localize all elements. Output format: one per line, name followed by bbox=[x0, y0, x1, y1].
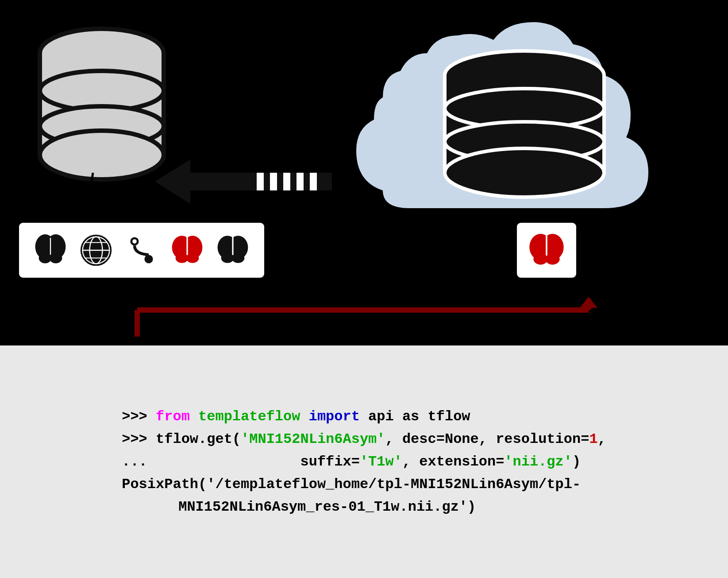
result-line2: MNI152NLin6Asym_res-01_T1w.nii.gz') bbox=[178, 496, 476, 518]
cloud-shape bbox=[347, 13, 657, 244]
module-templateflow: templateflow bbox=[198, 405, 300, 428]
suffix-value: 'T1w' bbox=[360, 450, 402, 473]
svg-rect-17 bbox=[283, 173, 290, 190]
local-database bbox=[35, 27, 168, 182]
result-line1: PosixPath('/templateflow_home/tpl-MNI152… bbox=[122, 473, 581, 496]
close-paren: ) bbox=[572, 450, 581, 473]
svg-point-40 bbox=[132, 239, 137, 244]
prompt-1: >>> bbox=[122, 405, 147, 428]
alias-tflow: tflow bbox=[428, 405, 470, 428]
location-icon bbox=[124, 230, 159, 270]
svg-point-6 bbox=[445, 148, 604, 197]
svg-point-55 bbox=[545, 253, 559, 264]
func-call: tflow.get( bbox=[156, 428, 241, 450]
code-line-2: >>> tflow.get( 'MNI152NLin6Asym' , desc=… bbox=[122, 428, 606, 450]
keyword-from: from bbox=[156, 405, 190, 428]
arg-resolution: 1 bbox=[589, 428, 597, 450]
brain-icon-1 bbox=[33, 230, 68, 270]
keyword-as: as bbox=[402, 405, 419, 428]
api-text: api bbox=[368, 405, 394, 428]
code-block: >>> from templateflow import api as tflo… bbox=[122, 405, 606, 519]
brain-icon-red bbox=[169, 230, 205, 270]
selection-arrow bbox=[128, 297, 597, 341]
code-line-3: ... suffix= 'T1w' , extension= 'nii.gz' … bbox=[122, 450, 606, 473]
svg-point-39 bbox=[144, 255, 153, 263]
data-transfer-arrow bbox=[155, 151, 341, 204]
code-area: >>> from templateflow import api as tflo… bbox=[0, 345, 728, 578]
ext-value: 'nii.gz' bbox=[504, 450, 572, 473]
svg-point-13 bbox=[40, 131, 164, 179]
svg-rect-18 bbox=[297, 173, 304, 190]
icon-bar bbox=[18, 221, 266, 279]
ext-label: , extension= bbox=[402, 450, 504, 473]
code-line-4: PosixPath('/templateflow_home/tpl-MNI152… bbox=[122, 473, 606, 496]
code-line-1: >>> from templateflow import api as tflo… bbox=[122, 405, 606, 428]
globe-icon bbox=[78, 230, 114, 270]
diagram-area bbox=[0, 0, 728, 345]
keyword-import: import bbox=[309, 405, 360, 428]
arg-template-name: 'MNI152NLin6Asym' bbox=[241, 428, 385, 450]
svg-rect-15 bbox=[257, 173, 264, 190]
svg-point-26 bbox=[50, 253, 62, 264]
arg-desc: , desc=None, resolution= bbox=[385, 428, 589, 450]
svg-rect-19 bbox=[310, 173, 317, 190]
svg-marker-14 bbox=[155, 159, 332, 204]
suffix-label: suffix= bbox=[300, 450, 359, 473]
prompt-2: >>> bbox=[122, 428, 147, 450]
single-brain-icon bbox=[516, 221, 578, 279]
brain-icon-single-red bbox=[527, 230, 566, 270]
brain-icon-3 bbox=[215, 230, 250, 270]
svg-rect-16 bbox=[270, 173, 277, 190]
svg-marker-58 bbox=[580, 297, 597, 308]
code-line-5: MNI152NLin6Asym_res-01_T1w.nii.gz') bbox=[122, 496, 606, 518]
arg-comma: , bbox=[598, 428, 606, 450]
main-container: >>> from templateflow import api as tflo… bbox=[0, 0, 728, 578]
svg-point-45 bbox=[186, 253, 199, 263]
svg-point-50 bbox=[231, 253, 244, 263]
continuation: ... bbox=[122, 450, 147, 473]
